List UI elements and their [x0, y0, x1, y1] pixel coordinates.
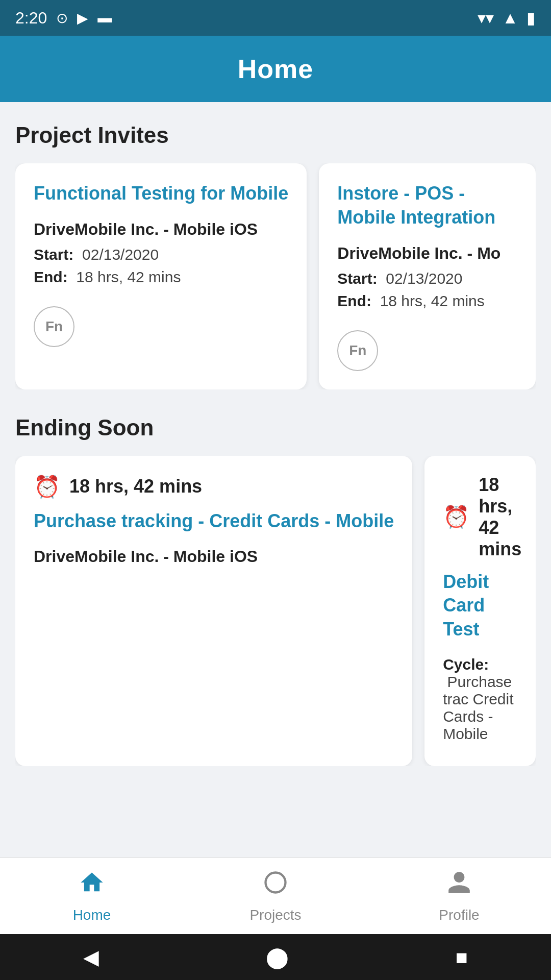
svg-point-0: [266, 872, 286, 892]
ending-card-2-cycle-value: Purchase trac Credit Cards - Mobile: [443, 673, 513, 742]
project-invites-cards: Functional Testing for Mobile DriveMobil…: [15, 163, 536, 389]
nav-home-label: Home: [73, 907, 111, 923]
project-invites-section: Project Invites Functional Testing for M…: [15, 122, 536, 389]
recent-button[interactable]: ■: [456, 946, 468, 969]
ending-soon-cards: ⏰ 18 hrs, 42 mins Purchase tracking - Cr…: [15, 456, 536, 766]
ending-soon-section: Ending Soon ⏰ 18 hrs, 42 mins Purchase t…: [15, 415, 536, 766]
clock-icon-2: ⏰: [443, 504, 469, 529]
card-2-end-label: End:: [337, 292, 371, 309]
home-icon: [79, 869, 105, 902]
project-invite-card-2[interactable]: Instore - POS - Mobile Integration Drive…: [319, 163, 536, 389]
main-content: Project Invites Functional Testing for M…: [0, 102, 551, 857]
card-1-title: Functional Testing for Mobile: [34, 182, 288, 206]
card-1-start-label: Start:: [34, 246, 73, 263]
ending-card-2-cycle-label: Cycle:: [443, 656, 489, 673]
battery-icon: ▮: [527, 8, 536, 28]
ending-soon-card-2[interactable]: ⏰ 18 hrs, 42 mins Debit Card Test Cycle:…: [424, 456, 536, 766]
card-2-company: DriveMobile Inc. - Mo: [337, 244, 517, 263]
projects-icon: [262, 869, 289, 902]
card-2-end: End: 18 hrs, 42 mins: [337, 292, 517, 310]
card-2-end-value: 18 hrs, 42 mins: [380, 292, 485, 309]
bottom-nav: Home Projects Profile: [0, 857, 551, 934]
nav-item-projects[interactable]: Projects: [184, 869, 367, 923]
clock-row-2: ⏰ 18 hrs, 42 mins: [443, 474, 517, 560]
status-bar: 2:20 ⊙ ▶ ▬ ▾▾ ▲ ▮: [0, 0, 551, 36]
wifi-icon: ▾▾: [478, 8, 494, 28]
card-2-start-label: Start:: [337, 270, 377, 287]
ending-soon-card-1[interactable]: ⏰ 18 hrs, 42 mins Purchase tracking - Cr…: [15, 456, 412, 766]
status-icon-2: ▶: [77, 10, 88, 27]
ending-card-1-company: DriveMobile Inc. - Mobile iOS: [34, 547, 394, 566]
status-bar-right: ▾▾ ▲ ▮: [478, 8, 536, 28]
card-2-start: Start: 02/13/2020: [337, 270, 517, 287]
card-2-avatar: Fn: [337, 330, 378, 371]
clock-time-2: 18 hrs, 42 mins: [479, 474, 521, 560]
card-2-start-value: 02/13/2020: [386, 270, 462, 287]
nav-profile-label: Profile: [439, 907, 479, 923]
card-1-avatar: Fn: [34, 306, 74, 347]
ending-card-2-title: Debit Card Test: [443, 570, 517, 642]
nav-item-profile[interactable]: Profile: [367, 869, 551, 923]
ending-card-1-title: Purchase tracking - Credit Cards - Mobil…: [34, 509, 394, 533]
ending-card-2-cycle: Cycle: Purchase trac Credit Cards - Mobi…: [443, 656, 517, 743]
card-1-end-label: End:: [34, 268, 68, 285]
status-icon-3: ▬: [97, 10, 112, 26]
status-bar-left: 2:20 ⊙ ▶ ▬: [15, 9, 112, 28]
card-1-end-value: 18 hrs, 42 mins: [76, 268, 181, 285]
card-2-title: Instore - POS - Mobile Integration: [337, 182, 517, 230]
back-button[interactable]: ◀: [83, 945, 99, 969]
card-1-end: End: 18 hrs, 42 mins: [34, 268, 288, 286]
signal-icon: ▲: [502, 9, 518, 28]
clock-row-1: ⏰ 18 hrs, 42 mins: [34, 474, 394, 499]
profile-icon: [446, 869, 472, 902]
clock-time-1: 18 hrs, 42 mins: [69, 476, 202, 497]
status-time: 2:20: [15, 9, 47, 28]
nav-item-home[interactable]: Home: [0, 869, 184, 923]
card-1-start: Start: 02/13/2020: [34, 246, 288, 263]
header-title: Home: [238, 54, 313, 84]
card-1-company: DriveMobile Inc. - Mobile iOS: [34, 220, 288, 239]
project-invite-card-1[interactable]: Functional Testing for Mobile DriveMobil…: [15, 163, 307, 389]
system-nav: ◀ ⬤ ■: [0, 934, 551, 980]
nav-projects-label: Projects: [249, 907, 301, 923]
clock-icon-1: ⏰: [34, 474, 60, 499]
card-1-start-value: 02/13/2020: [82, 246, 159, 263]
home-button[interactable]: ⬤: [266, 945, 289, 969]
project-invites-title: Project Invites: [15, 122, 536, 148]
ending-soon-title: Ending Soon: [15, 415, 536, 440]
app-header: Home: [0, 36, 551, 102]
status-icon-1: ⊙: [56, 10, 68, 27]
